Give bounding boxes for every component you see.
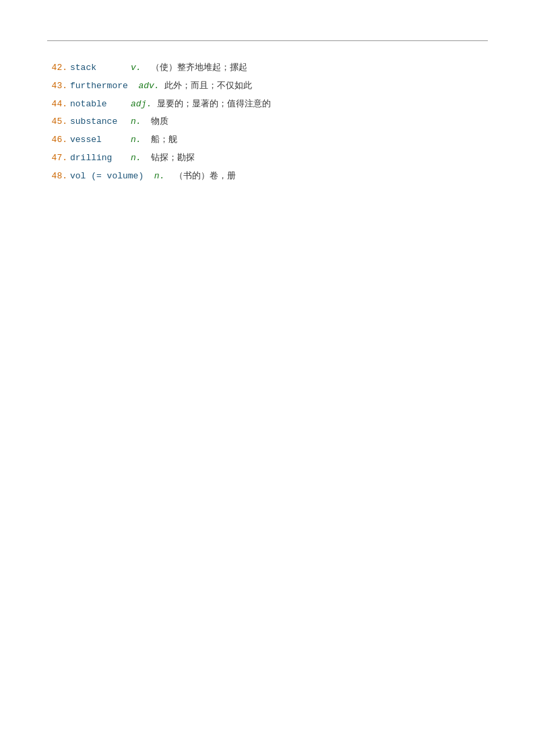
item-number: 48.: [47, 170, 67, 184]
item-pos: n.: [154, 170, 175, 184]
page: 42.stack v. （使）整齐地堆起；摞起43.furthermore ad…: [0, 0, 535, 756]
item-definition: 船；舰: [151, 133, 177, 147]
item-definition: 钻探；勘探: [151, 151, 195, 166]
item-number: 44.: [47, 98, 67, 112]
list-item: 43.furthermore adv. 此外；而且；不仅如此: [47, 79, 488, 94]
item-number: 42.: [47, 61, 67, 75]
list-item: 45.substance n. 物质: [47, 115, 488, 129]
item-word: vessel: [70, 133, 131, 147]
item-definition: 此外；而且；不仅如此: [164, 79, 252, 94]
item-definition: 物质: [151, 115, 168, 129]
item-number: 45.: [47, 115, 67, 129]
list-item: 47.drilling n. 钻探；勘探: [47, 151, 488, 166]
item-pos: n.: [131, 115, 151, 129]
item-number: 46.: [47, 133, 67, 147]
item-word: vol (= volume): [70, 170, 154, 184]
item-number: 43.: [47, 79, 67, 94]
vocab-list: 42.stack v. （使）整齐地堆起；摞起43.furthermore ad…: [47, 61, 488, 184]
item-word: substance: [70, 115, 131, 129]
item-pos: n.: [131, 151, 151, 166]
item-pos: adj.: [131, 98, 157, 112]
item-word: stack: [70, 61, 131, 75]
list-item: 44.notable adj. 显要的；显著的；值得注意的: [47, 98, 488, 112]
item-pos: adv.: [138, 79, 164, 94]
item-definition: （书的）卷，册: [175, 170, 236, 184]
item-word: drilling: [70, 151, 131, 166]
list-item: 48.vol (= volume) n. （书的）卷，册: [47, 170, 488, 184]
item-word: furthermore: [70, 79, 138, 94]
item-word: notable: [70, 98, 131, 112]
item-pos: v.: [131, 61, 151, 75]
item-definition: （使）整齐地堆起；摞起: [151, 61, 247, 75]
list-item: 42.stack v. （使）整齐地堆起；摞起: [47, 61, 488, 75]
list-item: 46.vessel n. 船；舰: [47, 133, 488, 147]
top-border: [47, 40, 488, 41]
item-number: 47.: [47, 151, 67, 166]
item-pos: n.: [131, 133, 151, 147]
item-definition: 显要的；显著的；值得注意的: [157, 98, 271, 112]
